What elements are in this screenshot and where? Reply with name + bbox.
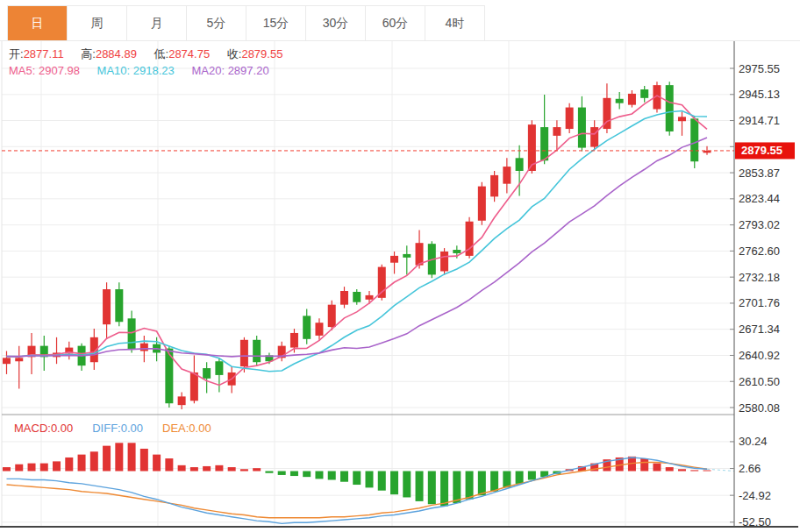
y-axis-label: 2762.60 <box>739 245 780 258</box>
macd-bar <box>516 472 524 484</box>
dea-line <box>7 463 708 518</box>
low-label: 低: <box>154 47 169 60</box>
candle <box>403 254 411 258</box>
candle <box>416 243 424 265</box>
y-axis-label: 2580.08 <box>739 401 780 415</box>
macd-bar <box>440 472 448 507</box>
candle <box>640 89 648 98</box>
candle <box>290 333 298 348</box>
macd-bar <box>215 465 223 472</box>
macd-bar <box>153 455 161 472</box>
low-value: 2874.75 <box>168 47 210 60</box>
y-axis-label: 2945.13 <box>739 88 780 101</box>
close-label: 收: <box>227 47 242 60</box>
candle <box>303 316 311 338</box>
y-axis-label: 2793.02 <box>739 218 780 231</box>
tabbar-divider <box>0 40 800 41</box>
y-axis-label: 2671.34 <box>739 323 780 336</box>
close-value: 2879.55 <box>241 47 282 60</box>
candle <box>203 368 211 379</box>
y-axis-label: -52.50 <box>739 515 771 528</box>
candle <box>340 291 348 305</box>
macd-bar <box>303 472 311 478</box>
macd-bar <box>103 446 111 472</box>
ma5-value: 2907.98 <box>39 64 80 77</box>
macd-bar <box>115 443 123 471</box>
macd-bar <box>340 472 348 482</box>
macd-bar <box>503 472 511 488</box>
ma20-line <box>7 138 708 357</box>
macd-histogram <box>3 443 711 506</box>
macd-bar <box>315 472 323 479</box>
macd-bar <box>453 472 461 504</box>
y-axis-label: 2.66 <box>739 462 761 475</box>
candle <box>115 289 123 322</box>
macd-bar <box>528 472 536 480</box>
macd-bar <box>178 465 186 472</box>
candle <box>390 256 398 263</box>
macd-bar <box>278 472 286 475</box>
candle <box>616 99 624 103</box>
candle <box>678 117 686 121</box>
dea-value: DEA:0.00 <box>162 422 211 435</box>
high-label: 高: <box>81 47 96 60</box>
kline-widget: 2975.552945.132914.712884.292853.872823.… <box>0 0 800 532</box>
macd-bar <box>690 470 698 471</box>
candle <box>140 344 148 351</box>
candle <box>503 167 511 184</box>
ma10-value: 2918.23 <box>133 64 175 77</box>
ma10-label: MA10: <box>97 64 131 77</box>
macd-bar <box>490 472 498 492</box>
macd-bar <box>203 466 211 472</box>
macd-bar <box>265 472 273 473</box>
tab-30min[interactable]: 30分 <box>306 6 366 40</box>
candle <box>440 252 448 272</box>
tab-4hour[interactable]: 4时 <box>425 6 485 40</box>
ma5-label: MA5: <box>9 64 35 77</box>
candle <box>328 305 336 327</box>
high-value: 2884.89 <box>96 47 137 60</box>
macd-bar <box>678 469 686 471</box>
candle <box>366 295 374 300</box>
candle <box>516 158 524 171</box>
tab-15min[interactable]: 15分 <box>246 6 306 40</box>
y-axis-label: 2732.18 <box>739 271 780 284</box>
macd-bar <box>253 468 261 471</box>
macd-bar <box>165 458 173 471</box>
tab-60min[interactable]: 60分 <box>366 6 425 40</box>
macd-bar <box>128 443 136 471</box>
candles-layer <box>3 82 711 409</box>
tab-day[interactable]: 日 <box>8 6 68 40</box>
ohlc-row: 开:2877.11 高:2884.89 低:2874.75 收:2879.55 <box>9 46 296 62</box>
macd-bar <box>366 472 374 488</box>
y-axis-label: -24.92 <box>739 489 771 502</box>
macd-bar <box>28 464 36 472</box>
candle <box>578 108 586 148</box>
candle <box>240 340 248 366</box>
candle <box>253 340 261 362</box>
candle <box>3 358 11 364</box>
tab-month[interactable]: 月 <box>127 6 187 40</box>
macd-bar <box>15 465 23 472</box>
open-label: 开: <box>9 47 24 60</box>
macd-bar <box>416 472 424 501</box>
candle <box>315 323 323 336</box>
candle <box>540 127 548 160</box>
tab-week[interactable]: 周 <box>68 6 127 40</box>
tab-5min[interactable]: 5分 <box>187 6 246 40</box>
ma20-value: 2897.20 <box>228 64 269 77</box>
macd-bar <box>240 469 248 471</box>
candle <box>178 396 186 405</box>
macd-bar <box>478 472 486 496</box>
candle <box>103 289 111 324</box>
candle <box>190 372 198 401</box>
kline-chart[interactable]: 2975.552945.132914.712884.292853.872823.… <box>0 0 800 532</box>
y-axis: 2975.552945.132914.712884.292853.872823.… <box>730 41 780 528</box>
candle <box>128 318 136 349</box>
y-axis-label: 30.24 <box>739 435 768 448</box>
y-axis-label: 2610.50 <box>739 375 780 388</box>
macd-bar <box>78 455 86 472</box>
current-price-tag: 2879.55 <box>741 144 782 157</box>
ma5-line <box>7 96 708 385</box>
macd-bar <box>666 467 674 471</box>
